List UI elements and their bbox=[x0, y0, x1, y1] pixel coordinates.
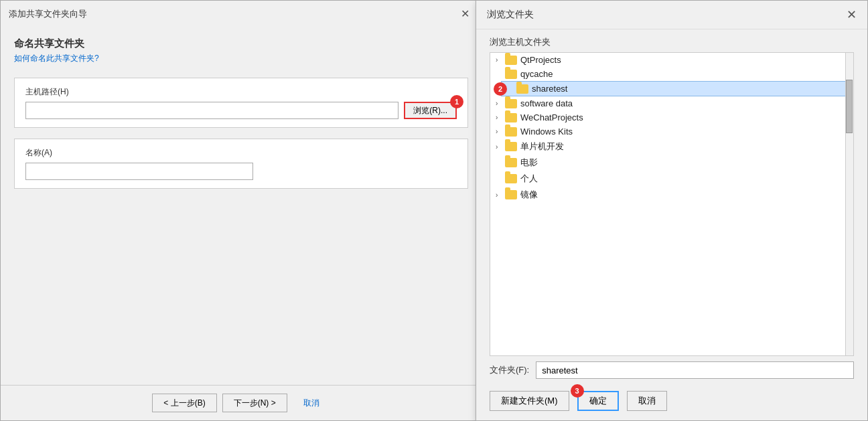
right-cancel-button[interactable]: 取消 bbox=[627, 391, 667, 411]
confirm-wrapper: 3 确定 bbox=[577, 391, 619, 411]
tree-item[interactable]: ›WeChatProjects bbox=[490, 110, 853, 124]
folder-icon bbox=[516, 84, 528, 94]
tree-item[interactable]: ›Windows Kits bbox=[490, 124, 853, 139]
folder-icon bbox=[505, 158, 517, 167]
folder-icon bbox=[505, 174, 517, 183]
tree-item[interactable]: 个人 bbox=[490, 171, 853, 187]
name-label: 名称(A) bbox=[25, 147, 457, 159]
folder-icon bbox=[505, 127, 517, 137]
badge-3: 3 bbox=[571, 384, 584, 398]
tree-item-label: WeChatProjects bbox=[520, 112, 583, 122]
badge-2: 2 bbox=[494, 82, 507, 96]
left-subtitle: 命名共享文件夹 bbox=[14, 37, 468, 50]
host-path-input[interactable] bbox=[25, 102, 399, 119]
left-bottom-bar: < 上一步(B) 下一步(N) > 取消 bbox=[1, 385, 482, 420]
name-input[interactable] bbox=[25, 163, 253, 180]
tree-item-label: QtProjects bbox=[520, 55, 561, 65]
chevron-right-icon: › bbox=[496, 56, 505, 64]
host-path-label: 主机路径(H) bbox=[25, 86, 457, 98]
chevron-right-icon: › bbox=[496, 114, 505, 121]
chevron-right-icon: › bbox=[496, 128, 505, 135]
left-cancel-button[interactable]: 取消 bbox=[293, 394, 330, 412]
left-dialog: 添加共享文件夹向导 ✕ 命名共享文件夹 如何命名此共享文件夹? 主机路径(H) … bbox=[0, 0, 482, 421]
left-help-link[interactable]: 如何命名此共享文件夹? bbox=[14, 53, 468, 64]
left-dialog-content: 命名共享文件夹 如何命名此共享文件夹? 主机路径(H) 1 浏览(R)... 名… bbox=[1, 27, 482, 385]
right-title-bar: 浏览文件夹 ✕ bbox=[476, 1, 867, 29]
host-path-row: 1 浏览(R)... bbox=[25, 102, 457, 119]
right-close-button[interactable]: ✕ bbox=[847, 7, 857, 22]
folder-icon bbox=[505, 99, 517, 108]
right-dialog: 浏览文件夹 ✕ 浏览主机文件夹 ›QtProjectsqycachesharet… bbox=[476, 0, 868, 421]
file-tree-container: ›QtProjectsqycachesharetest2›software da… bbox=[490, 52, 854, 356]
tree-item-label: Windows Kits bbox=[520, 127, 573, 137]
folder-icon bbox=[505, 113, 517, 122]
new-folder-button[interactable]: 新建文件夹(M) bbox=[490, 391, 569, 411]
tree-item[interactable]: ›镜像 bbox=[490, 187, 853, 203]
tree-item-label: software data bbox=[520, 98, 573, 108]
tree-item-label: 单片机开发 bbox=[520, 141, 564, 153]
chevron-right-icon: › bbox=[496, 100, 505, 107]
name-section: 名称(A) bbox=[14, 139, 468, 189]
tree-item-label: sharetest bbox=[532, 84, 567, 94]
tree-item[interactable]: ›QtProjects bbox=[490, 53, 853, 67]
tree-list: ›QtProjectsqycachesharetest2›software da… bbox=[490, 53, 853, 203]
folder-path-row: 文件夹(F): bbox=[476, 356, 867, 384]
folder-icon bbox=[505, 70, 517, 79]
tree-item-label: 个人 bbox=[520, 173, 538, 185]
tree-item[interactable]: qycache bbox=[490, 67, 853, 81]
tree-item[interactable]: ›software data bbox=[490, 96, 853, 110]
folder-label: 文件夹(F): bbox=[490, 364, 529, 376]
tree-item[interactable]: sharetest2 bbox=[501, 81, 853, 96]
folder-path-input[interactable] bbox=[536, 361, 854, 379]
folder-icon bbox=[505, 142, 517, 151]
browse-button[interactable]: 浏览(R)... bbox=[404, 102, 457, 119]
right-subtitle: 浏览主机文件夹 bbox=[476, 29, 867, 52]
left-close-button[interactable]: ✕ bbox=[457, 6, 474, 21]
tree-item-label: qycache bbox=[520, 69, 553, 79]
folder-icon bbox=[505, 56, 517, 65]
prev-button[interactable]: < 上一步(B) bbox=[152, 394, 216, 412]
left-dialog-title: 添加共享文件夹向导 bbox=[9, 8, 87, 20]
tree-item[interactable]: ›单片机开发 bbox=[490, 139, 853, 155]
scrollbar-thumb[interactable] bbox=[846, 80, 853, 133]
right-bottom-bar: 新建文件夹(M) 3 确定 取消 bbox=[476, 384, 867, 420]
scrollbar-track bbox=[845, 53, 853, 355]
browse-button-wrapper: 1 浏览(R)... bbox=[404, 102, 457, 119]
right-dialog-title: 浏览文件夹 bbox=[487, 9, 534, 21]
host-path-section: 主机路径(H) 1 浏览(R)... bbox=[14, 78, 468, 128]
folder-icon bbox=[505, 190, 517, 199]
left-title-bar: 添加共享文件夹向导 ✕ bbox=[1, 1, 482, 27]
chevron-right-icon: › bbox=[496, 143, 505, 151]
tree-item-label: 镜像 bbox=[520, 189, 538, 201]
next-button[interactable]: 下一步(N) > bbox=[222, 394, 287, 412]
chevron-right-icon: › bbox=[496, 191, 505, 199]
tree-item[interactable]: 电影 bbox=[490, 155, 853, 171]
badge-1: 1 bbox=[450, 95, 463, 108]
tree-item-label: 电影 bbox=[520, 157, 538, 169]
